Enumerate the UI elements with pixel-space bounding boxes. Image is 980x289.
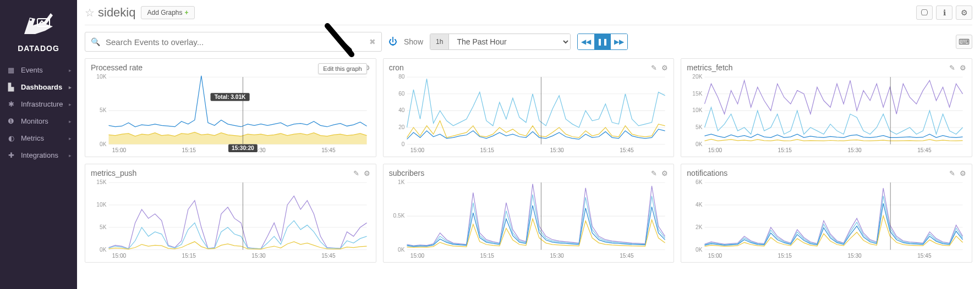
svg-text:0K: 0K [696,141,703,147]
screen-icon[interactable]: 🖵 [916,5,933,20]
gear-icon[interactable]: ⚙ [661,64,668,72]
star-icon[interactable]: ☆ [85,6,95,19]
forward-button[interactable]: ▶▶ [611,34,627,49]
search-box: 🔍 ✖ [85,32,382,52]
card-title: cron [389,63,404,72]
svg-text:15:15: 15:15 [182,253,196,259]
chart-area[interactable]: 0K5K10K15K15:0015:1515:3015:45 [91,179,370,259]
alert-icon: ❶ [6,117,17,125]
chart-area[interactable]: 02040608015:0015:1515:3015:45 [389,74,669,153]
svg-text:6K: 6K [696,179,703,185]
svg-point-1 [30,19,32,21]
svg-text:1K: 1K [398,179,405,185]
card-title: notifications [687,169,727,177]
show-label: Show [404,37,423,46]
toolbar: 🔍 ✖ ⏻ Show 1h The Past Hour ◀◀ ❚❚ ▶▶ ⌨ [85,25,972,58]
svg-text:10K: 10K [693,107,703,113]
svg-text:0K: 0K [696,246,703,252]
add-graphs-button[interactable]: Add Graphs+ [141,6,194,19]
main: ☆ sidekiq Add Graphs+ 🖵 ℹ ⚙ 🔍 ✖ ⏻ Show 1… [77,0,980,270]
chevron-right-icon: ▸ [69,119,72,124]
gear-icon[interactable]: ⚙ [960,64,966,72]
svg-text:2K: 2K [696,224,703,230]
svg-text:5K: 5K [696,124,703,130]
pencil-icon[interactable]: ✎ [949,64,955,72]
svg-text:Total: 3.01K: Total: 3.01K [215,93,246,99]
card-header: metrics_fetch✎⚙ [687,63,966,73]
card-tools: ✎⚙ [651,169,668,177]
graph-card-processed_rate: Processed rate⛶📷✎⚙0K5K10K15:0015:1515:30… [85,58,376,157]
clear-icon[interactable]: ✖ [369,37,376,46]
power-icon[interactable]: ⏻ [388,37,397,47]
gear-icon[interactable]: ⚙ [956,5,972,20]
graph-card-metrics_fetch: metrics_fetch✎⚙0K5K10K15K20K15:0015:1515… [681,58,972,157]
nav-events[interactable]: ▦Events▸ [0,62,77,79]
svg-text:15:45: 15:45 [620,147,634,153]
brand-text: DATADOG [0,44,77,53]
svg-text:80: 80 [398,74,405,80]
card-tools: ✎⚙ [651,64,668,72]
search-input[interactable] [105,37,366,47]
info-icon[interactable]: ℹ [936,5,952,20]
svg-text:15:45: 15:45 [321,253,336,259]
chevron-right-icon: ▸ [69,136,72,141]
nav-monitors[interactable]: ❶Monitors▸ [0,113,77,130]
pencil-icon[interactable]: ✎ [651,169,657,177]
graph-grid: Processed rate⛶📷✎⚙0K5K10K15:0015:1515:30… [85,58,972,263]
svg-text:15:00: 15:00 [708,253,722,259]
card-header: metrics_push✎⚙ [91,169,370,178]
graph-card-cron: cron✎⚙02040608015:0015:1515:3015:45 [383,58,675,157]
svg-text:15:15: 15:15 [480,147,494,153]
gear-icon[interactable]: ⚙ [364,169,370,177]
svg-text:15:45: 15:45 [321,147,336,153]
svg-text:4K: 4K [696,202,703,208]
card-header: notifications✎⚙ [687,169,966,178]
pencil-icon[interactable]: ✎ [949,169,955,177]
graph-card-subcribers: subcribers✎⚙0K0.5K1K15:0015:1515:3015:45 [383,164,675,263]
nav-infrastructure[interactable]: ✱Infrastructure▸ [0,96,77,113]
card-tools: ✎⚙ [949,169,966,177]
svg-text:15:30:20: 15:30:20 [232,145,254,151]
logo: DATADOG [0,0,77,58]
gear-icon[interactable]: ⚙ [960,169,966,177]
pencil-icon[interactable]: ✎ [651,64,657,72]
search-icon: 🔍 [91,37,100,46]
card-title: Processed rate [91,63,143,72]
chevron-right-icon: ▸ [69,68,72,73]
nav-integrations[interactable]: ✚Integrations▸ [0,147,77,164]
svg-text:15:30: 15:30 [848,147,862,153]
card-title: subcribers [389,169,425,177]
time-range: 1h The Past Hour [430,34,571,50]
pencil-icon[interactable]: ✎ [353,169,359,177]
chevron-right-icon: ▸ [69,85,72,90]
chart-area[interactable]: 0K2K4K6K15:0015:1515:3015:45 [687,179,966,259]
card-tools: ✎⚙ [949,64,966,72]
gauge-icon: ◐ [6,134,17,142]
svg-text:15:00: 15:00 [708,147,722,153]
range-pill[interactable]: 1h [430,34,449,49]
edit-graph-tooltip: Edit this graph [318,63,366,74]
chart-area[interactable]: 0K5K10K15K20K15:0015:1515:3015:45 [687,74,966,153]
calendar-icon: ▦ [6,66,17,74]
svg-text:10K: 10K [96,202,106,208]
svg-text:5K: 5K [100,224,107,230]
topbar: ☆ sidekiq Add Graphs+ 🖵 ℹ ⚙ [85,0,972,25]
chevron-right-icon: ▸ [69,102,72,107]
keyboard-icon[interactable]: ⌨ [956,35,972,49]
nav-metrics[interactable]: ◐Metrics▸ [0,130,77,147]
pause-button[interactable]: ❚❚ [594,34,611,49]
sidebar: DATADOG ▦Events▸ ▙Dashboards▸ ✱Infrastru… [0,0,77,270]
nodes-icon: ✱ [6,100,17,108]
svg-text:15:00: 15:00 [112,253,127,259]
nav-dashboards[interactable]: ▙Dashboards▸ [0,79,77,96]
card-header: cron✎⚙ [389,63,669,73]
svg-text:10K: 10K [96,74,106,80]
gear-icon[interactable]: ⚙ [661,169,668,177]
range-select[interactable]: The Past Hour [449,34,570,49]
svg-text:15K: 15K [693,91,703,97]
rewind-button[interactable]: ◀◀ [578,34,594,49]
svg-text:0K: 0K [100,246,107,252]
chart-area[interactable]: 0K5K10K15:0015:1515:3015:4515:30:20Total… [91,74,370,153]
chart-area[interactable]: 0K0.5K1K15:0015:1515:3015:45 [389,179,669,259]
page-title: sidekiq [98,5,135,20]
